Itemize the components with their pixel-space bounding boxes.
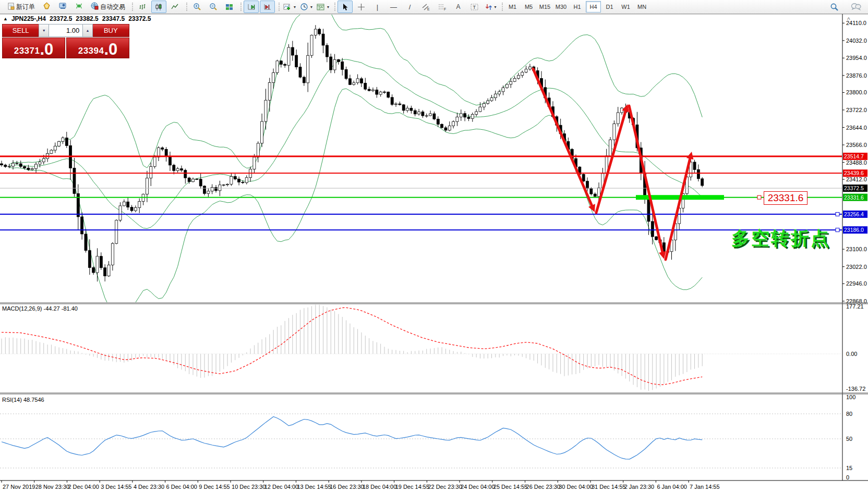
fibonacci-button[interactable]: F [435, 1, 450, 13]
text-icon: A [456, 4, 461, 10]
tile-windows-button[interactable] [222, 1, 237, 13]
svg-text:10 Dec 23:30: 10 Dec 23:30 [232, 484, 266, 490]
chart-shift-button[interactable] [260, 1, 275, 13]
toolbar: 新订单 自动交易 [0, 0, 868, 14]
search-button[interactable] [827, 1, 842, 13]
cursor-button[interactable] [337, 1, 353, 13]
svg-text:23022.0: 23022.0 [846, 264, 867, 270]
svg-text:9 Dec 14:55: 9 Dec 14:55 [199, 484, 230, 490]
channel-button[interactable]: E [418, 1, 433, 13]
market-watch-icon [43, 2, 51, 11]
svg-text:100: 100 [846, 394, 855, 400]
autotrading-button[interactable]: 自动交易 [88, 1, 128, 13]
svg-text:-136.72: -136.72 [846, 386, 865, 392]
timeframe-M5[interactable]: M5 [521, 1, 536, 13]
horizontal-line-button[interactable]: — [386, 1, 401, 13]
vertical-line-button[interactable]: | [370, 1, 385, 13]
svg-text:F: F [444, 7, 446, 11]
toolbar-group-timeframes: M1M5M15M30H1H4D1W1MN [501, 0, 652, 14]
svg-text:30 Dec 04:00: 30 Dec 04:00 [559, 484, 593, 490]
volume-decrease-button[interactable]: ▼ [39, 24, 49, 37]
chart-canvas[interactable]: 23514.723439.623372.523331.623256.423186… [0, 14, 868, 493]
svg-text:3 Dec 14:55: 3 Dec 14:55 [101, 484, 131, 490]
svg-text:25 Dec 14:55: 25 Dec 14:55 [493, 484, 527, 490]
terminal-button[interactable] [55, 1, 70, 13]
text-label-button[interactable]: T [467, 1, 482, 13]
chart-title: ▲ JPN225-,H4 23372.5 23382.5 23347.5 233… [3, 15, 151, 22]
svg-text:23722.0: 23722.0 [846, 107, 867, 113]
timeframe-M30[interactable]: M30 [553, 1, 569, 13]
svg-text:19 Dec 14:55: 19 Dec 14:55 [395, 484, 429, 490]
svg-text:23331.6: 23331.6 [844, 194, 864, 201]
svg-text:23800.0: 23800.0 [846, 89, 867, 95]
indicators-icon [283, 3, 292, 11]
channel-icon: E [422, 3, 430, 11]
ohlc-low: 23347.5 [102, 15, 125, 22]
rsi-indicator-label: RSI(14) 48.7546 [2, 397, 44, 403]
tile-windows-icon [225, 3, 233, 11]
timeframe-MN[interactable]: MN [634, 1, 649, 13]
line-chart-button[interactable] [167, 1, 183, 13]
toolbar-group-insert: ▾ ▾ ▾ [278, 0, 333, 14]
bar-chart-button[interactable] [135, 1, 150, 13]
volume-input[interactable]: 1.00 [49, 24, 82, 37]
zoom-out-button[interactable] [206, 1, 221, 13]
new-order-button[interactable]: 新订单 [4, 1, 38, 13]
timeframe-H1[interactable]: H1 [570, 1, 585, 13]
trendline-button[interactable]: / [402, 1, 417, 13]
timeframe-M15[interactable]: M15 [537, 1, 552, 13]
timeframe-D1[interactable]: D1 [602, 1, 617, 13]
turning-point-annotation: 多空转折点 [731, 226, 830, 251]
market-watch-button[interactable] [39, 1, 54, 13]
volume-increase-button[interactable]: ▲ [82, 24, 92, 37]
svg-text:23439.6: 23439.6 [844, 170, 864, 176]
sell-button[interactable]: SELL [2, 24, 39, 37]
zoom-in-button[interactable] [189, 1, 204, 13]
svg-text:23876.0: 23876.0 [846, 72, 867, 79]
buy-price-display[interactable]: 23394 .0 [66, 38, 129, 58]
price-level-label[interactable]: 23331.6 [764, 191, 807, 205]
signal-icon [75, 2, 83, 11]
chat-button[interactable] [848, 1, 863, 13]
candlestick-chart-button[interactable] [151, 1, 166, 13]
svg-text:0.00: 0.00 [846, 351, 857, 357]
periods-button[interactable]: ▾ [298, 1, 314, 13]
indicators-button[interactable]: ▾ [282, 1, 297, 13]
timeframe-H4[interactable]: H4 [586, 1, 601, 13]
auto-scroll-button[interactable] [244, 1, 259, 13]
templates-caret: ▾ [327, 5, 329, 9]
crosshair-icon [357, 3, 365, 11]
svg-text:^: ^ [847, 16, 850, 23]
text-button[interactable]: A [451, 1, 466, 13]
svg-text:23100.0: 23100.0 [846, 246, 867, 252]
sell-price-pips: .0 [40, 43, 53, 56]
vertical-line-icon: | [377, 4, 378, 10]
svg-text:18 Dec 04:00: 18 Dec 04:00 [363, 484, 396, 490]
svg-text:22946.0: 22946.0 [846, 280, 867, 287]
new-order-icon [7, 3, 15, 11]
fibonacci-icon: F [438, 3, 447, 11]
autotrading-label: 自动交易 [100, 3, 125, 11]
timeframe-M1[interactable]: M1 [505, 1, 520, 13]
svg-text:24032.0: 24032.0 [846, 38, 867, 44]
one-click-trade-panel: SELL ▼ 1.00 ▲ BUY 23371 .0 23394 .0 [2, 24, 129, 58]
toolbar-group-zoom [185, 0, 239, 14]
bar-chart-icon [139, 3, 147, 11]
templates-button[interactable]: ▾ [315, 1, 331, 13]
trade-panel-collapse-arrow[interactable]: ▲ [3, 16, 8, 21]
buy-button[interactable]: BUY [93, 24, 129, 37]
chart-window[interactable]: 23514.723439.623372.523331.623256.423186… [0, 14, 868, 493]
timeframe-W1[interactable]: W1 [618, 1, 633, 13]
crosshair-button[interactable] [354, 1, 369, 13]
svg-text:23412.0: 23412.0 [846, 176, 867, 182]
toolbar-group-orders: 新订单 自动交易 [0, 0, 131, 14]
svg-text:15: 15 [846, 465, 852, 471]
svg-text:23372.5: 23372.5 [844, 185, 864, 191]
strategy-signal-button[interactable] [71, 1, 87, 13]
svg-text:80: 80 [846, 411, 852, 417]
sell-price-main: 23371 [14, 46, 40, 56]
arrows-button[interactable]: ▾ [483, 1, 498, 13]
sell-price-display[interactable]: 23371 .0 [2, 38, 65, 58]
horizontal-line-icon: — [390, 4, 397, 10]
buy-price-pips: .0 [104, 43, 117, 56]
